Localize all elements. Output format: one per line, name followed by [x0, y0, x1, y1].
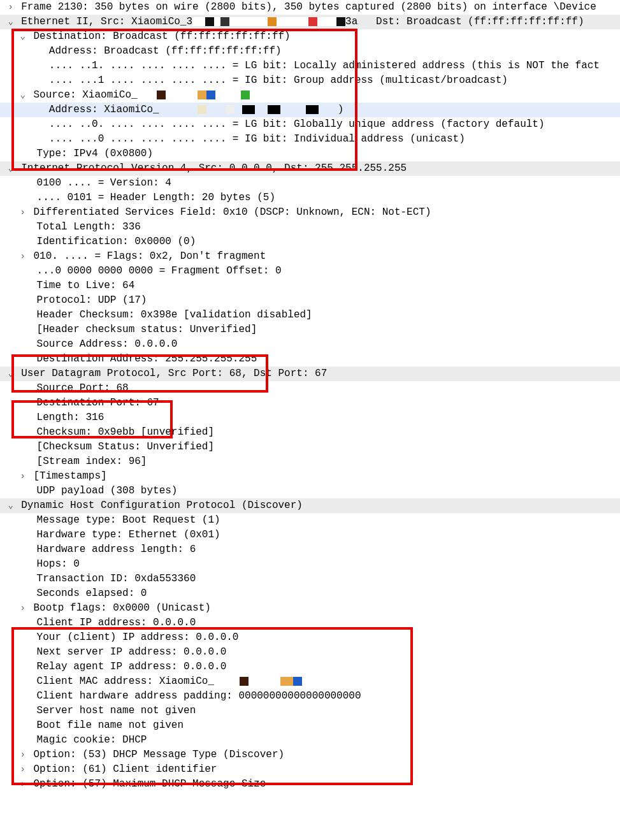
chevron-down-icon[interactable]: ⌄ — [6, 366, 15, 381]
udp-ts: [Timestamps] — [33, 470, 106, 482]
eth-dst-lg-suf: dministered address (this is NOT the fac… — [349, 60, 600, 71]
eth-dst-addr: Address: Broadcast (ff:ff:ff:ff:ff:ff) — [49, 45, 282, 57]
tree-row-eth-src-lg[interactable]: .... ..0. .... .... .... .... = LG bit: … — [0, 117, 620, 132]
chevron-right-icon[interactable]: › — [18, 748, 27, 762]
tree-row-dhcp-hwtype[interactable]: Hardware type: Ethernet (0x01) — [0, 528, 620, 542]
redacted-block — [192, 17, 345, 26]
tree-row-dhcp-yiaddr[interactable]: Your (client) IP address: 0.0.0.0 — [0, 630, 620, 645]
chevron-right-icon[interactable]: › — [18, 205, 27, 220]
tree-row-dhcp-bootp[interactable]: › Bootp flags: 0x0000 (Unicast) — [0, 601, 620, 616]
tree-row-ip-version[interactable]: 0100 .... = Version: 4 — [0, 176, 620, 191]
eth-dst-ig-suf: ress (multicast/broadcast) — [349, 75, 508, 86]
chevron-down-icon[interactable]: ⌄ — [18, 29, 27, 44]
tree-row-eth-dest-ig[interactable]: .... ...1 .... .... .... .... = IG bit: … — [0, 73, 620, 88]
tree-row-ip[interactable]: ⌄ Internet Protocol Version 4, Src: 0.0.… — [0, 161, 620, 176]
udp-payload: UDP payload (308 bytes) — [37, 485, 178, 496]
eth-dst-lg-pre: .... ..1. .... .... .... .... = LG bit: … — [49, 60, 349, 71]
tree-row-ip-dsf[interactable]: › Differentiated Services Field: 0x10 (D… — [0, 205, 620, 220]
tree-row-eth-src-addr[interactable]: Address: XiaomiCo_) — [0, 103, 620, 117]
ip-cksum: Header Checksum: 0x398e [validation disa… — [37, 309, 312, 321]
tree-row-ip-proto[interactable]: Protocol: UDP (17) — [0, 293, 620, 308]
tree-row-eth-type[interactable]: Type: IPv4 (0x0800) — [0, 147, 620, 161]
tree-row-dhcp-fname[interactable]: Boot file name not given — [0, 718, 620, 733]
tree-row-dhcp-sname[interactable]: Server host name not given — [0, 704, 620, 718]
tree-row-udp-cksum[interactable]: Checksum: 0x9ebb [unverified] — [0, 425, 620, 440]
tree-row-udp[interactable]: ⌄ User Datagram Protocol, Src Port: 68, … — [0, 366, 620, 381]
tree-row-ethernet[interactable]: ⌄ Ethernet II, Src: XiaomiCo_33a Dst: Br… — [0, 15, 620, 29]
tree-row-ip-frag[interactable]: ...0 0000 0000 0000 = Fragment Offset: 0 — [0, 264, 620, 279]
dhcp-msgtype: Message type: Boot Request (1) — [37, 514, 220, 526]
tree-row-ip-cksumstat[interactable]: [Header checksum status: Unverified] — [0, 322, 620, 337]
tree-row-ip-hlen[interactable]: .... 0101 = Header Length: 20 bytes (5) — [0, 191, 620, 205]
tree-row-dhcp-ciaddr[interactable]: Client IP address: 0.0.0.0 — [0, 616, 620, 630]
dhcp-giaddr: Relay agent IP address: 0.0.0.0 — [37, 661, 227, 672]
tree-row-udp-stream[interactable]: [Stream index: 96] — [0, 454, 620, 469]
tree-row-eth-dest-lg[interactable]: .... ..1. .... .... .... .... = LG bit: … — [0, 59, 620, 73]
tree-row-dhcp-msgtype[interactable]: Message type: Boot Request (1) — [0, 513, 620, 528]
dhcp-opt61: Option: (61) Client identifier — [33, 764, 217, 775]
ip-flags: 010. .... = Flags: 0x2, Don't fragment — [33, 250, 266, 262]
packet-details-pane[interactable]: https://dbwu.tech › Frame 2130: 350 byte… — [0, 0, 620, 840]
chevron-right-icon[interactable]: › — [18, 249, 27, 264]
tree-row-eth-src-ig[interactable]: .... ...0 .... .... .... .... = IG bit: … — [0, 132, 620, 147]
tree-row-udp-ts[interactable]: › [Timestamps] — [0, 469, 620, 484]
tree-row-dhcp-opt57[interactable]: › Option: (57) Maximum DHCP Message Size — [0, 777, 620, 792]
tree-row-dhcp-secs[interactable]: Seconds elapsed: 0 — [0, 586, 620, 601]
frame-summary: Frame 2130: 350 bytes on wire (2800 bits… — [21, 1, 596, 13]
tree-row-ip-dst[interactable]: Destination Address: 255.255.255.255 — [0, 352, 620, 366]
tree-row-ip-ttl[interactable]: Time to Live: 64 — [0, 279, 620, 293]
tree-row-ip-flags[interactable]: › 010. .... = Flags: 0x2, Don't fragment — [0, 249, 620, 264]
tree-row-dhcp-siaddr[interactable]: Next server IP address: 0.0.0.0 — [0, 645, 620, 660]
chevron-down-icon[interactable]: ⌄ — [6, 15, 15, 29]
tree-row-eth-dest[interactable]: ⌄ Destination: Broadcast (ff:ff:ff:ff:ff… — [0, 29, 620, 44]
dhcp-chpad: Client hardware address padding: 0000000… — [37, 690, 361, 702]
tree-row-dhcp-chpad[interactable]: Client hardware address padding: 0000000… — [0, 689, 620, 704]
tree-row-ip-totlen[interactable]: Total Length: 336 — [0, 220, 620, 235]
ip-ttl: Time to Live: 64 — [37, 280, 135, 291]
dhcp-fname: Boot file name not given — [37, 720, 184, 731]
tree-row-dhcp-giaddr[interactable]: Relay agent IP address: 0.0.0.0 — [0, 660, 620, 674]
tree-row-udp-srcport[interactable]: Source Port: 68 — [0, 381, 620, 396]
tree-row-dhcp-cookie[interactable]: Magic cookie: DHCP — [0, 733, 620, 748]
dhcp-sname: Server host name not given — [37, 705, 196, 716]
tree-row-frame[interactable]: › Frame 2130: 350 bytes on wire (2800 bi… — [0, 0, 620, 15]
tree-row-dhcp[interactable]: ⌄ Dynamic Host Configuration Protocol (D… — [0, 498, 620, 513]
chevron-right-icon[interactable]: › — [18, 777, 27, 792]
chevron-right-icon[interactable]: › — [18, 601, 27, 616]
chevron-down-icon[interactable]: ⌄ — [18, 88, 27, 103]
tree-row-udp-payload[interactable]: UDP payload (308 bytes) — [0, 484, 620, 498]
tree-row-eth-src[interactable]: ⌄ Source: XiaomiCo_ — [0, 88, 620, 103]
redacted-block — [138, 91, 316, 99]
dhcp-bootp: Bootp flags: 0x0000 (Unicast) — [33, 602, 210, 614]
dhcp-opt53: Option: (53) DHCP Message Type (Discover… — [33, 749, 284, 760]
eth-src-lg-pre: .... ..0. .... .... .... .... = LG bit: … — [49, 119, 349, 130]
ip-version: 0100 .... = Version: 4 — [37, 177, 171, 189]
tree-row-dhcp-chaddr[interactable]: Client MAC address: XiaomiCo_ — [0, 674, 620, 689]
tree-row-dhcp-hwlen[interactable]: Hardware address length: 6 — [0, 542, 620, 557]
tree-row-dhcp-opt61[interactable]: › Option: (61) Client identifier — [0, 762, 620, 777]
chevron-down-icon[interactable]: ⌄ — [6, 161, 15, 176]
dhcp-xid: Transaction ID: 0xda553360 — [37, 573, 196, 584]
udp-header: User Datagram Protocol, Src Port: 68, Ds… — [21, 368, 327, 379]
eth-type: Type: IPv4 (0x0800) — [37, 148, 153, 159]
tree-row-udp-cksumstat[interactable]: [Checksum Status: Unverified] — [0, 440, 620, 454]
eth-src-lg-suf: unique address (factory default) — [349, 119, 544, 130]
chevron-right-icon[interactable]: › — [18, 762, 27, 777]
tree-row-dhcp-hops[interactable]: Hops: 0 — [0, 557, 620, 572]
tree-row-dhcp-xid[interactable]: Transaction ID: 0xda553360 — [0, 572, 620, 586]
eth-prefix: Ethernet II, Src: XiaomiCo_3 — [21, 16, 192, 27]
tree-row-udp-dstport[interactable]: Destination Port: 67 — [0, 396, 620, 410]
udp-dstport: Destination Port: 67 — [37, 397, 159, 409]
tree-row-dhcp-opt53[interactable]: › Option: (53) DHCP Message Type (Discov… — [0, 748, 620, 762]
udp-cksum: Checksum: 0x9ebb [unverified] — [37, 426, 214, 438]
tree-row-ip-id[interactable]: Identification: 0x0000 (0) — [0, 235, 620, 249]
chevron-down-icon[interactable]: ⌄ — [6, 498, 15, 513]
tree-row-ip-cksum[interactable]: Header Checksum: 0x398e [validation disa… — [0, 308, 620, 322]
dhcp-yiaddr: Your (client) IP address: 0.0.0.0 — [37, 632, 239, 643]
tree-row-udp-len[interactable]: Length: 316 — [0, 410, 620, 425]
chevron-right-icon[interactable]: › — [6, 0, 15, 15]
chevron-right-icon[interactable]: › — [18, 469, 27, 484]
tree-row-ip-src[interactable]: Source Address: 0.0.0.0 — [0, 337, 620, 352]
tree-row-eth-dest-addr[interactable]: Address: Broadcast (ff:ff:ff:ff:ff:ff) — [0, 44, 620, 59]
redacted-block — [214, 677, 412, 686]
